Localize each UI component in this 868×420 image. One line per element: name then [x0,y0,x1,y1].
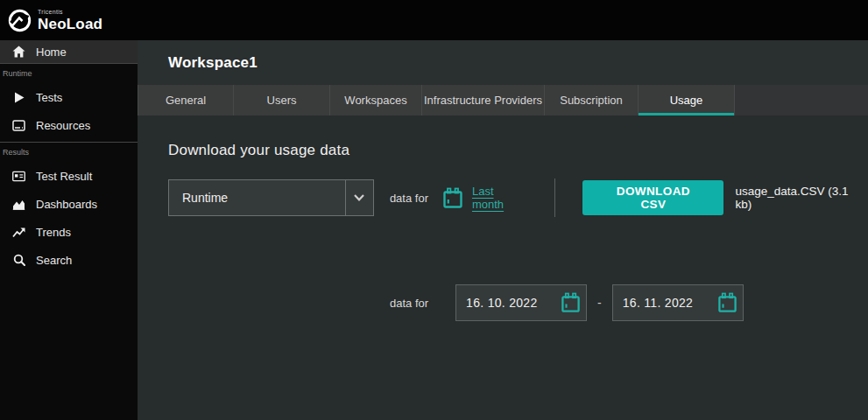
play-icon [12,91,25,104]
page-title: Workspace1 [168,54,258,72]
tab-subscription[interactable]: Subscription [545,85,639,116]
tab-bar: General Users Workspaces Infrastructure … [138,85,868,116]
tab-general[interactable]: General [138,85,234,116]
sidebar-item-label: Dashboards [36,198,97,211]
data-for-label: data for [390,192,428,205]
tab-label: Workspaces [344,94,406,107]
tab-infrastructure-providers[interactable]: Infrastructure Providers [422,85,545,116]
sidebar-item-test-result[interactable]: Test Result [0,164,138,187]
main-panel: Workspace1 General Users Workspaces Infr… [138,40,868,420]
page-header: Workspace1 [138,40,868,85]
sidebar-item-label: Home [36,46,67,59]
usage-type-select[interactable]: Runtime [168,179,374,216]
usage-content: Download your usage data Runtime data fo… [138,116,868,420]
data-for-label: data for [390,297,428,310]
chevron-down-icon [345,180,373,215]
sidebar-item-search[interactable]: Search [0,248,138,271]
top-bar: Tricentis NeoLoad [0,0,868,40]
sidebar-item-dashboards[interactable]: Dashboards [0,192,138,215]
sidebar-item-tests[interactable]: Tests [0,86,138,108]
usage-range-row: data for 16. 10. 2022 - 16. 11. 2022 [390,284,744,321]
tab-label: Usage [670,94,703,107]
tab-label: Subscription [560,94,623,107]
start-date-value: 16. 10. 2022 [456,296,537,310]
trends-icon [12,226,25,239]
tab-label: Infrastructure Providers [424,94,542,107]
brand-product: NeoLoad [38,17,102,32]
sidebar-item-resources[interactable]: Resources [0,114,138,136]
sidebar-item-label: Search [36,254,72,267]
select-value: Runtime [169,191,228,205]
sidebar-item-label: Trends [36,226,71,239]
sidebar-section-label: Runtime [0,64,138,80]
sidebar: Home Runtime Tests Resources Results [0,40,138,420]
sidebar-section-label: Results [0,143,138,159]
range-separator: - [597,296,602,310]
test-result-icon [12,170,25,183]
search-icon [12,254,25,267]
sidebar-item-label: Resources [36,119,90,132]
resources-icon [12,119,25,132]
download-csv-button[interactable]: DOWNLOAD CSV [582,180,723,215]
vertical-divider [554,178,555,217]
usage-heading: Download your usage data [168,142,349,159]
tab-label: Users [267,94,297,107]
calendar-icon[interactable] [442,187,463,209]
sidebar-item-trends[interactable]: Trends [0,220,138,243]
tab-workspaces[interactable]: Workspaces [330,85,422,116]
usage-download-row: Runtime data for Last month DOWNLOAD CSV… [168,178,868,217]
tricentis-logo-icon [8,9,32,32]
end-date-value: 16. 11. 2022 [613,296,693,310]
brand-company: Tricentis [38,9,102,15]
tab-label: General [166,94,206,107]
tab-users[interactable]: Users [234,85,330,116]
sidebar-section-results: Results Test Result Dashboards [0,143,138,271]
last-month-link[interactable]: Last month [472,185,528,211]
tab-usage[interactable]: Usage [639,85,735,116]
calendar-icon[interactable] [717,292,737,313]
start-date-input[interactable]: 16. 10. 2022 [455,284,587,321]
home-icon [12,46,25,59]
sidebar-item-label: Test Result [36,170,92,183]
dashboards-icon [12,198,25,211]
brand-logo[interactable]: Tricentis NeoLoad [8,9,102,32]
end-date-input[interactable]: 16. 11. 2022 [612,284,744,321]
sidebar-item-label: Tests [36,91,62,104]
sidebar-item-home[interactable]: Home [0,40,138,63]
sidebar-section-runtime: Runtime Tests Resources [0,64,138,136]
file-info: usage_data.CSV (3.1 kb) [735,185,868,211]
calendar-icon[interactable] [561,292,581,313]
